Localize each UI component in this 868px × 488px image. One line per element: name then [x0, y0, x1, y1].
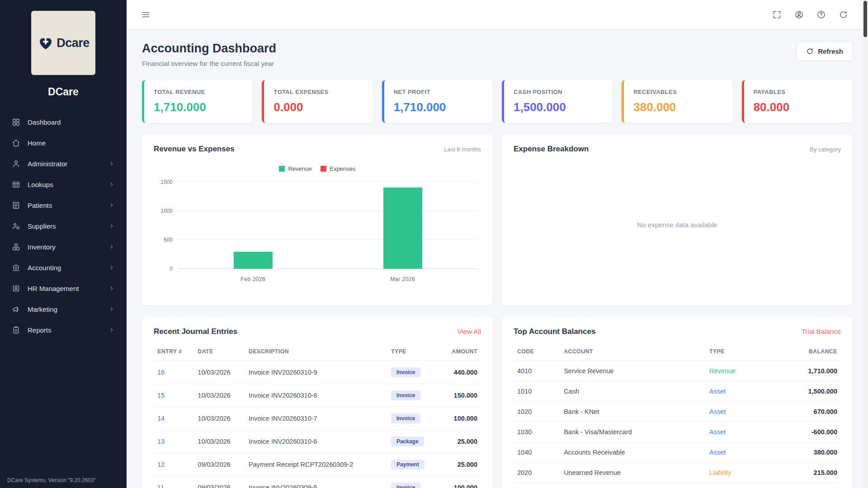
chart-bars: Feb 2026Mar 2026 — [178, 182, 477, 269]
sidebar-item-accounting[interactable]: Accounting — [0, 257, 127, 278]
help-button[interactable] — [816, 10, 826, 19]
chart-legend: Revenue Expenses — [154, 165, 481, 172]
refresh-icon — [806, 47, 814, 55]
kpi-label: CASH POSITION — [514, 89, 603, 95]
account-type: Asset — [709, 408, 726, 415]
topbar-actions — [772, 10, 848, 19]
entry-link[interactable]: 12 — [157, 461, 165, 468]
content: Accounting Dashboard Financial overview … — [127, 29, 868, 488]
account-name: Accounts Receivable — [560, 442, 706, 463]
kpi-label: TOTAL EXPENSES — [274, 89, 363, 95]
user-icon — [12, 159, 21, 168]
table-row[interactable]: 1030 Bank - Visa/Mastercard Asset -600.0… — [514, 422, 841, 442]
inventory-icon — [12, 242, 21, 251]
account-code: 1050 — [514, 483, 560, 488]
account-name: Bank - Visa/Mastercard — [560, 422, 706, 442]
kpi-value: 380.000 — [633, 100, 723, 114]
sidebar-item-dashboard[interactable]: Dashboard — [0, 112, 127, 132]
table-row[interactable]: 12 09/03/2026 Payment Receipt RCPT202603… — [154, 453, 481, 476]
kpi-label: RECEIVABLES — [633, 89, 723, 95]
kpi-value: 0.000 — [274, 100, 363, 114]
account-code: 1030 — [514, 422, 560, 442]
account-type: Asset — [709, 449, 726, 456]
entry-link[interactable]: 11 — [157, 484, 164, 488]
account-type: Asset — [709, 388, 726, 395]
chart-bar-group: Mar 2026 — [328, 182, 477, 269]
table-row[interactable]: 14 10/03/2026 Invoice INV20260310-7 Invo… — [154, 407, 481, 430]
reload-button[interactable] — [839, 10, 848, 19]
column-header: BALANCE — [770, 343, 841, 361]
kpi-row: TOTAL REVENUE 1,710.000 TOTAL EXPENSES 0… — [142, 80, 853, 123]
account-balance: 1,710.000 — [770, 361, 841, 381]
sidebar-item-label: Lookups — [28, 181, 53, 188]
table-row[interactable]: 2020 Unearned Revenue Liability 215.000 — [514, 463, 841, 483]
sidebar-item-administrator[interactable]: Administrator — [0, 153, 127, 174]
account-balances-table: CODE ACCOUNT TYPE BALANCE 4010 Service R… — [514, 343, 841, 488]
entry-date: 10/03/2026 — [194, 384, 245, 407]
sidebar-item-lookups[interactable]: Lookups — [0, 174, 127, 195]
kpi-value: 1,500.000 — [514, 100, 603, 114]
kpi-label: PAYABLES — [754, 89, 843, 95]
type-badge: Invoice — [391, 413, 420, 423]
page-title: Accounting Dashboard — [142, 42, 276, 56]
table-row[interactable]: 1050 Inventory Asset 80.000 — [514, 483, 841, 488]
table-row[interactable]: 13 10/03/2026 Invoice INV20260310-6 Pack… — [154, 430, 481, 453]
app-logo: Dcare — [31, 11, 95, 75]
entry-date: 10/03/2026 — [194, 407, 245, 430]
scrollbar-thumb[interactable] — [863, 1, 867, 37]
table-icon — [12, 180, 21, 189]
sidebar-item-home[interactable]: Home — [0, 132, 127, 153]
kpi-payables: PAYABLES 80.000 — [742, 80, 853, 123]
table-row[interactable]: 11 09/03/2026 Invoice INV20260309-5 Invo… — [154, 476, 481, 488]
column-header: TYPE — [706, 343, 770, 361]
panel-title: Expense Breakdown — [514, 145, 589, 154]
fullscreen-button[interactable] — [772, 10, 782, 19]
entry-link[interactable]: 13 — [157, 438, 165, 445]
table-row[interactable]: 1020 Bank - KNet Asset 670.000 — [514, 402, 841, 422]
account-type: Liability — [709, 469, 731, 476]
sidebar-item-inventory[interactable]: Inventory — [0, 236, 127, 257]
sidebar-item-label: Home — [28, 139, 46, 147]
topbar — [127, 0, 868, 29]
version-text: DCare Systems, Version "9.20.2603" — [7, 477, 96, 483]
table-row[interactable]: 16 10/03/2026 Invoice INV20260310-9 Invo… — [154, 361, 481, 384]
account-name: Inventory — [560, 483, 706, 488]
entry-link[interactable]: 16 — [157, 369, 165, 376]
entry-link[interactable]: 15 — [157, 392, 165, 399]
chart-xtick-label: Feb 2026 — [178, 276, 328, 282]
entry-date: 09/03/2026 — [194, 453, 245, 476]
sidebar-item-hr-management[interactable]: HR Management — [0, 278, 127, 299]
sidebar-item-label: Accounting — [28, 264, 61, 272]
sidebar-item-label: Reports — [28, 326, 52, 334]
entry-description: Invoice INV20260310-6 — [245, 430, 387, 453]
account-code: 1020 — [514, 402, 560, 422]
table-row[interactable]: 4010 Service Revenue Revenue 1,710.000 — [514, 361, 841, 381]
refresh-button[interactable]: Refresh — [797, 42, 853, 61]
sidebar-item-marketing[interactable]: Marketing — [0, 299, 127, 319]
chart-bar-group: Feb 2026 — [178, 182, 328, 269]
legend-swatch-expenses — [321, 166, 326, 172]
kpi-value: 1,710.000 — [394, 100, 483, 114]
chevron-right-icon — [108, 181, 115, 188]
heart-cross-icon — [37, 34, 54, 52]
entry-date: 09/03/2026 — [194, 476, 245, 488]
trial-balance-link[interactable]: Trial Balance — [802, 328, 841, 335]
account-button[interactable] — [794, 10, 804, 19]
sidebar-item-patients[interactable]: Patients — [0, 195, 127, 216]
table-row[interactable]: 15 10/03/2026 Invoice INV20260310-8 Invo… — [154, 384, 481, 407]
legend-label: Expenses — [330, 165, 355, 172]
account-balance: -600.000 — [770, 422, 841, 442]
table-row[interactable]: 1040 Accounts Receivable Asset 380.000 — [514, 442, 841, 463]
sidebar-item-reports[interactable]: Reports — [0, 319, 127, 340]
sidebar-item-suppliers[interactable]: Suppliers — [0, 216, 127, 236]
sidebar-item-label: Dashboard — [28, 118, 61, 126]
type-badge: Invoice — [391, 367, 420, 377]
scrollbar[interactable] — [863, 0, 868, 488]
entry-link[interactable]: 14 — [157, 415, 165, 422]
page-subtitle: Financial overview for the current fisca… — [142, 60, 276, 67]
table-row[interactable]: 1010 Cash Asset 1,500.000 — [514, 381, 841, 402]
view-all-link[interactable]: View All — [458, 328, 481, 335]
account-name: Service Revenue — [560, 361, 706, 381]
menu-toggle-button[interactable] — [141, 10, 151, 19]
account-name: Cash — [560, 381, 706, 402]
